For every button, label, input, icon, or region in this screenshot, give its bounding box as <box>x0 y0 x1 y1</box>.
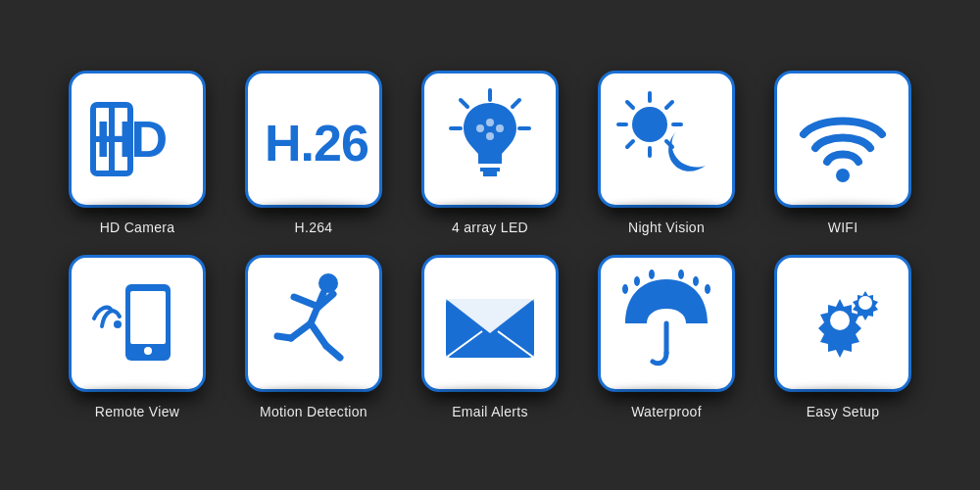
h264-icon: H.264 <box>260 100 368 178</box>
feature-night-vision: Night Vision <box>593 71 740 235</box>
icon-box-led <box>421 71 559 208</box>
svg-line-35 <box>311 323 326 346</box>
h264-label: H.264 <box>295 220 333 235</box>
feature-wifi: WIFI <box>769 71 916 235</box>
motion-detection-icon <box>270 270 358 377</box>
svg-point-46 <box>649 270 655 279</box>
email-alerts-label: Email Alerts <box>452 404 528 419</box>
svg-point-30 <box>318 273 338 293</box>
svg-line-21 <box>627 102 633 108</box>
svg-line-6 <box>513 100 519 107</box>
svg-point-14 <box>486 119 494 126</box>
feature-easy-setup: Easy Setup <box>769 255 916 419</box>
svg-point-47 <box>678 270 684 279</box>
waterproof-icon <box>617 270 715 377</box>
svg-text:HD: HD <box>96 111 167 168</box>
feature-hd-camera: HD HD Camera <box>64 71 211 235</box>
hd-camera-label: HD Camera <box>100 220 175 235</box>
night-vision-label: Night Vision <box>628 220 705 235</box>
feature-led: 4 array LED <box>416 71 564 235</box>
icon-box-motion-detection <box>245 255 382 392</box>
svg-point-13 <box>496 124 504 132</box>
remote-view-label: Remote View <box>95 404 179 419</box>
svg-point-45 <box>634 276 640 286</box>
row-2: Remote View <box>64 255 916 419</box>
feature-motion-detection: Motion Detection <box>240 255 387 419</box>
easy-setup-icon <box>789 270 897 377</box>
svg-point-28 <box>144 347 152 355</box>
motion-detection-label: Motion Detection <box>260 404 368 419</box>
svg-point-50 <box>622 284 628 294</box>
feature-h264: H.264 H.264 <box>240 71 387 235</box>
feature-email-alerts: Email Alerts <box>416 255 564 419</box>
led-icon <box>446 85 534 193</box>
remote-view-icon <box>88 270 186 377</box>
svg-line-32 <box>294 297 318 307</box>
feature-remote-view: Remote View <box>64 255 211 419</box>
svg-line-8 <box>461 100 467 107</box>
icon-box-night-vision <box>598 71 735 208</box>
night-vision-icon <box>612 85 720 193</box>
wifi-label: WIFI <box>828 220 858 235</box>
svg-point-15 <box>486 132 494 140</box>
email-alerts-icon <box>441 284 539 363</box>
svg-line-24 <box>627 141 633 147</box>
svg-point-16 <box>632 107 667 142</box>
hd-camera-icon: HD <box>88 100 186 178</box>
feature-waterproof: Waterproof <box>593 255 740 419</box>
row-1: HD HD Camera H.264 H.264 <box>64 71 916 235</box>
easy-setup-label: Easy Setup <box>807 404 880 419</box>
icon-box-easy-setup <box>774 255 911 392</box>
svg-point-25 <box>836 169 850 182</box>
features-grid: HD HD Camera H.264 H.264 <box>64 71 916 419</box>
svg-point-54 <box>858 296 872 310</box>
svg-point-12 <box>476 124 484 132</box>
svg-line-36 <box>277 336 291 338</box>
icon-box-wifi <box>774 71 911 208</box>
icon-box-remote-view <box>69 255 206 392</box>
icon-box-hd-camera: HD <box>69 71 206 208</box>
icon-box-h264: H.264 <box>245 71 382 208</box>
waterproof-label: Waterproof <box>631 404 702 419</box>
svg-point-52 <box>830 311 850 330</box>
icon-box-waterproof <box>598 255 735 392</box>
svg-point-48 <box>693 276 699 286</box>
svg-text:H.264: H.264 <box>265 115 368 172</box>
svg-point-49 <box>705 284 710 294</box>
led-label: 4 array LED <box>452 220 528 235</box>
svg-line-37 <box>326 346 340 358</box>
svg-line-23 <box>666 102 672 108</box>
icon-box-email-alerts <box>421 255 559 392</box>
wifi-icon <box>794 95 892 183</box>
svg-point-29 <box>114 320 122 328</box>
svg-line-34 <box>291 323 311 338</box>
svg-rect-27 <box>130 291 166 344</box>
